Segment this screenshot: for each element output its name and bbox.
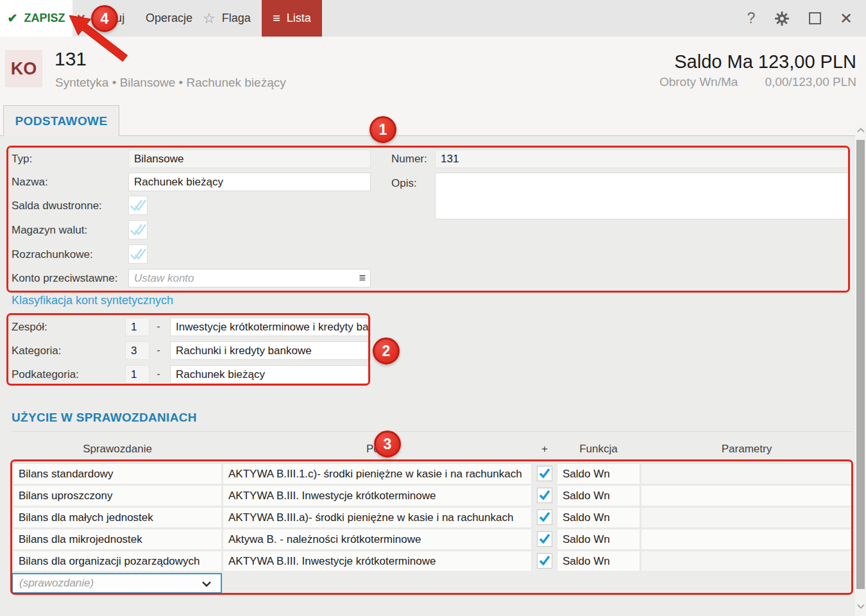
flag-button[interactable]: ☆ Flaga	[203, 0, 251, 37]
annotation-badge-2: 2	[373, 338, 400, 364]
podkategoria-code-field[interactable]: 1	[125, 365, 149, 384]
scroll-down-icon[interactable]	[855, 599, 866, 613]
check-icon	[538, 490, 551, 501]
report-enabled-checkbox[interactable]	[537, 531, 552, 547]
obroty-label: Obroty Wn/Ma	[659, 75, 738, 89]
typ-label: Typ:	[12, 150, 32, 168]
zespol-name-field[interactable]: Inwestycje krótkoterminowe i kredyty ban…	[170, 318, 371, 336]
salda-dwustronne-label: Salda dwustronne:	[12, 196, 102, 215]
add-report-placeholder: (sprawozdanie)	[19, 577, 94, 590]
nazwa-label: Nazwa:	[12, 173, 48, 191]
magazyn-walut-checkbox[interactable]	[128, 220, 148, 239]
zespol-code-field[interactable]: 1	[125, 318, 149, 336]
account-picker-icon[interactable]: ≡	[359, 270, 366, 287]
account-number: 131	[55, 48, 87, 70]
x-icon: ✕	[76, 12, 86, 26]
kategoria-name-field[interactable]: Rachunki i kredyty bankowe	[170, 341, 371, 360]
zespol-label: Zespół:	[12, 318, 47, 336]
report-field-cell[interactable]: AKTYWA B.III. Inwestycje krótkoterminowe	[223, 551, 532, 572]
obroty-line: Obroty Wn/Ma0,00/123,00 PLN	[659, 75, 856, 89]
add-report-dropdown[interactable]: (sprawozdanie)	[12, 573, 222, 594]
report-function-cell[interactable]: Saldo Wn	[557, 529, 640, 550]
report-params-cell[interactable]	[641, 463, 853, 484]
flag-button-label: Flaga	[222, 12, 251, 25]
report-name-cell[interactable]: Bilans dla małych jednostek	[13, 507, 222, 528]
report-function-cell[interactable]: Saldo Wn	[557, 485, 640, 506]
annotation-badge-3: 3	[374, 431, 401, 458]
konto-przeciwstawne-field[interactable]: Ustaw konto ≡	[128, 269, 371, 287]
report-params-cell[interactable]	[641, 551, 853, 572]
annotation-badge-1: 1	[369, 116, 396, 143]
annotation-badge-4: 4	[91, 5, 118, 32]
numer-label: Numer:	[391, 150, 427, 168]
scrollbar-thumb[interactable]	[856, 140, 865, 589]
saldo-value: Saldo Ma 123,00 PLN	[674, 51, 856, 73]
hamburger-icon: ≡	[273, 11, 280, 26]
kategoria-code-field[interactable]: 3	[125, 341, 149, 360]
list-button-label: Lista	[287, 12, 311, 25]
operations-button-label: Operacje	[146, 12, 192, 25]
breadcrumb: Syntetyka • Bilansowe • Rachunek bieżący	[55, 76, 286, 90]
report-name-cell[interactable]: Bilans standardowy	[13, 463, 222, 484]
col-header-sprawozdanie: Sprawozdanie	[13, 443, 222, 456]
gear-icon	[774, 11, 790, 26]
typ-field[interactable]: Bilansowe	[128, 150, 371, 168]
maximize-button[interactable]	[805, 0, 824, 37]
opis-field[interactable]	[435, 173, 850, 219]
report-enabled-checkbox[interactable]	[537, 466, 552, 481]
report-field-cell[interactable]: AKTYWA B.III.1.c)- środki pieniężne w ka…	[223, 463, 532, 484]
report-params-cell[interactable]	[641, 485, 853, 506]
check-icon	[538, 555, 551, 567]
section-divider	[12, 431, 853, 432]
report-params-cell[interactable]	[641, 529, 853, 550]
help-button[interactable]: ?	[742, 0, 761, 37]
check-icon	[538, 533, 551, 545]
col-header-funkcja: Funkcja	[557, 443, 640, 456]
account-type-badge: KO	[5, 50, 42, 87]
close-button[interactable]: ✕	[836, 0, 856, 37]
toolbar: ✔ ZAPISZ ✕ Anuluj Operacje ☆ Flaga ≡ Lis…	[0, 0, 866, 37]
report-function-cell[interactable]: Saldo Wn	[557, 507, 640, 528]
podkategoria-name-field[interactable]: Rachunek bieżący	[170, 365, 371, 384]
report-name-cell[interactable]: Bilans uproszczony	[13, 485, 222, 506]
chevron-down-icon	[201, 580, 212, 588]
report-function-cell[interactable]: Saldo Wn	[557, 463, 640, 484]
nazwa-field[interactable]: Rachunek bieżący	[128, 173, 371, 191]
konto-placeholder: Ustaw konto	[134, 272, 194, 284]
zespol-separator: -	[153, 318, 164, 336]
reports-section-heading: UŻYCIE W SPRAWOZDANIACH	[12, 411, 197, 425]
list-button[interactable]: ≡ Lista	[262, 0, 322, 37]
classification-link[interactable]: Klasyfikacja kont syntetycznych	[12, 294, 173, 307]
rozrachunkowe-label: Rozrachunkowe:	[12, 245, 93, 264]
check-icon	[538, 468, 551, 479]
check-icon	[538, 511, 551, 523]
scroll-up-icon[interactable]	[855, 123, 866, 137]
report-field-cell[interactable]: AKTYWA B.III.a)- środki pieniężne w kasi…	[223, 507, 532, 528]
magazyn-walut-label: Magazyn walut:	[12, 221, 87, 239]
account-editor-window: ✔ ZAPISZ ✕ Anuluj Operacje ☆ Flaga ≡ Lis…	[0, 0, 866, 616]
col-header-plus: +	[532, 443, 557, 456]
report-enabled-checkbox[interactable]	[537, 509, 552, 525]
report-enabled-checkbox[interactable]	[537, 488, 552, 503]
report-name-cell[interactable]: Bilans dla mikrojednostek	[13, 529, 222, 550]
podkategoria-label: Podkategoria:	[12, 365, 79, 384]
report-params-cell[interactable]	[641, 507, 853, 528]
report-enabled-checkbox[interactable]	[537, 553, 552, 569]
report-field-cell[interactable]: AKTYWA B.III. Inwestycje krótkoterminowe	[223, 485, 532, 506]
operations-button[interactable]: Operacje	[146, 0, 192, 37]
numer-field[interactable]: 131	[435, 150, 850, 168]
vertical-scrollbar[interactable]	[855, 123, 866, 616]
maximize-icon	[809, 12, 821, 24]
save-button-label: ZAPISZ	[24, 12, 65, 25]
tab-podstawowe[interactable]: PODSTAWOWE	[3, 105, 119, 137]
rozrachunkowe-checkbox[interactable]	[128, 244, 148, 264]
settings-button[interactable]	[772, 0, 792, 37]
report-name-cell[interactable]: Bilans dla organizacji pozarządowych	[13, 551, 222, 572]
salda-dwustronne-checkbox[interactable]	[128, 196, 148, 215]
report-field-cell[interactable]: Aktywa B. - należności krótkoterminowe	[223, 529, 532, 550]
check-icon: ✔	[8, 11, 18, 26]
save-button[interactable]: ✔ ZAPISZ	[0, 0, 72, 37]
form-content: Typ: Bilansowe Nazwa: Rachunek bieżący S…	[0, 136, 866, 616]
star-icon: ☆	[203, 10, 216, 27]
report-function-cell[interactable]: Saldo Wn	[557, 551, 640, 572]
